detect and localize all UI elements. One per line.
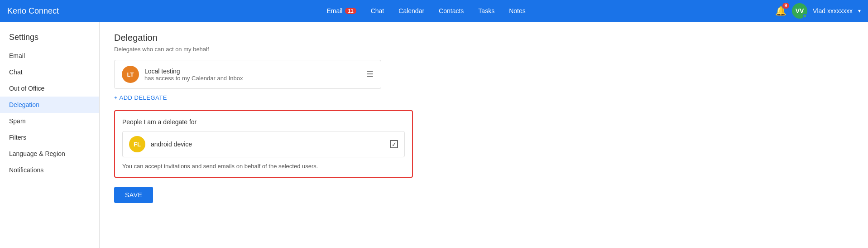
nav-notes-label: Notes bbox=[509, 7, 526, 15]
delegate-name: Local testing bbox=[144, 68, 366, 75]
delegate-for-section: People I am a delegate for FL android de… bbox=[114, 110, 413, 178]
delegate-access: has access to my Calendar and Inbox bbox=[144, 75, 366, 82]
page-subtitle: Delegates who can act on my behalf bbox=[114, 46, 854, 53]
add-delegate-button[interactable]: + ADD DELEGATE bbox=[114, 94, 167, 101]
notification-bell[interactable]: 🔔 9 bbox=[775, 5, 786, 16]
nav-email-label: Email bbox=[326, 7, 342, 15]
topnav-links: Email 11 Chat Calendar Contacts Tasks No… bbox=[77, 7, 775, 15]
sidebar-item-email[interactable]: Email bbox=[0, 48, 99, 64]
main-content: Delegation Delegates who can act on my b… bbox=[100, 22, 868, 248]
nav-tasks-label: Tasks bbox=[478, 7, 494, 15]
sidebar-item-language-region[interactable]: Language & Region bbox=[0, 146, 99, 162]
nav-chat-label: Chat bbox=[371, 7, 384, 15]
sidebar-title: Settings bbox=[0, 29, 99, 48]
delegate-card: LT Local testing has access to my Calend… bbox=[114, 60, 381, 89]
notification-badge: 9 bbox=[782, 3, 790, 9]
topnav: Kerio Connect Email 11 Chat Calendar Con… bbox=[0, 0, 868, 22]
nav-contacts-label: Contacts bbox=[439, 7, 464, 15]
avatar-initials: VV bbox=[796, 7, 804, 15]
user-avatar[interactable]: VV bbox=[792, 3, 807, 19]
delegate-info: Local testing has access to my Calendar … bbox=[144, 68, 366, 82]
nav-calendar-label: Calendar bbox=[398, 7, 424, 15]
sidebar-item-notifications[interactable]: Notifications bbox=[0, 162, 99, 178]
nav-calendar[interactable]: Calendar bbox=[398, 7, 424, 15]
avatar-status bbox=[803, 14, 807, 18]
delegate-for-avatar-fl: FL bbox=[129, 136, 145, 152]
nav-tasks[interactable]: Tasks bbox=[478, 7, 494, 15]
delegate-for-name: android device bbox=[151, 141, 390, 148]
delegate-for-title: People I am a delegate for bbox=[122, 118, 405, 126]
delegate-for-note: You can accept invitations and send emai… bbox=[122, 163, 405, 170]
user-name: Vlad xxxxxxxx bbox=[813, 7, 853, 15]
save-button[interactable]: SAVE bbox=[114, 187, 153, 203]
sidebar-item-delegation[interactable]: Delegation bbox=[0, 97, 99, 113]
sidebar: Settings Email Chat Out of Office Delega… bbox=[0, 22, 100, 248]
sidebar-item-chat[interactable]: Chat bbox=[0, 64, 99, 80]
sidebar-item-spam[interactable]: Spam bbox=[0, 113, 99, 129]
topnav-right: 🔔 9 VV Vlad xxxxxxxx ▾ bbox=[775, 3, 861, 19]
nav-email[interactable]: Email 11 bbox=[326, 7, 356, 15]
delegate-menu-icon[interactable]: ☰ bbox=[366, 69, 374, 79]
delegate-for-card: FL android device bbox=[122, 131, 405, 157]
email-badge: 11 bbox=[345, 8, 356, 14]
sidebar-item-out-of-office[interactable]: Out of Office bbox=[0, 80, 99, 97]
layout: Settings Email Chat Out of Office Delega… bbox=[0, 22, 868, 248]
app-brand: Kerio Connect bbox=[7, 6, 59, 16]
page-title: Delegation bbox=[114, 33, 854, 43]
delegate-for-checkbox[interactable] bbox=[390, 140, 398, 148]
user-dropdown-arrow[interactable]: ▾ bbox=[858, 8, 861, 14]
nav-contacts[interactable]: Contacts bbox=[439, 7, 464, 15]
nav-notes[interactable]: Notes bbox=[509, 7, 526, 15]
sidebar-item-filters[interactable]: Filters bbox=[0, 129, 99, 146]
delegate-avatar-lt: LT bbox=[122, 66, 139, 83]
nav-chat[interactable]: Chat bbox=[371, 7, 384, 15]
